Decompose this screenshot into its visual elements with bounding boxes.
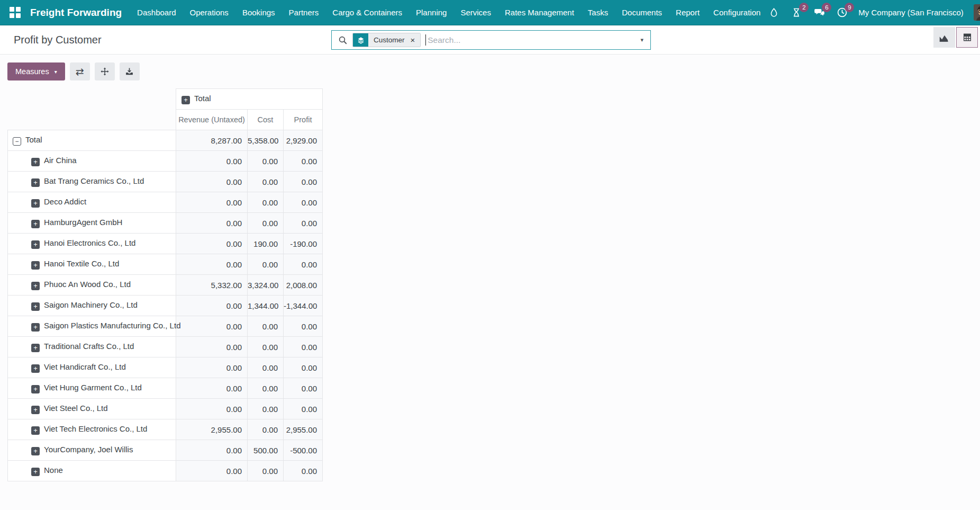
- table-row: +Viet Tech Electronics Co., Ltd2,955.000…: [8, 419, 323, 440]
- cell-value: 0.00: [284, 378, 323, 399]
- row-header[interactable]: +Saigon Plastics Manufacturing Co., Ltd: [8, 316, 176, 337]
- pivot-view: Measures ▾ ⇄ +Total Revenue (Untaxed) Co…: [0, 55, 980, 481]
- row-header[interactable]: −Total: [8, 130, 176, 151]
- row-header[interactable]: +YourCompany, Joel Willis: [8, 440, 176, 461]
- menu-item-report[interactable]: Report: [669, 0, 706, 25]
- expand-all-button[interactable]: [95, 62, 115, 80]
- search-dropdown-caret-icon[interactable]: ▾: [633, 37, 650, 43]
- cell-value: 2,955.00: [176, 419, 248, 440]
- messages-icon[interactable]: 6: [813, 6, 825, 19]
- menu-item-dashboard[interactable]: Dashboard: [130, 0, 183, 25]
- facet-remove-icon[interactable]: ×: [409, 35, 421, 44]
- expand-row-icon[interactable]: +: [31, 178, 40, 187]
- user-avatar[interactable]: [974, 4, 980, 21]
- row-header[interactable]: +Viet Hung Garment Co., Ltd: [8, 378, 176, 399]
- cell-value: -500.00: [284, 440, 323, 461]
- expand-row-icon[interactable]: +: [31, 158, 40, 166]
- row-header[interactable]: +Bat Trang Ceramics Co., Ltd: [8, 172, 176, 192]
- menu-item-operations[interactable]: Operations: [183, 0, 235, 25]
- row-label: Saigon Plastics Manufacturing Co., Ltd: [44, 321, 180, 330]
- activities-hourglass-icon[interactable]: 2: [790, 6, 803, 19]
- menu-item-tasks[interactable]: Tasks: [581, 0, 615, 25]
- row-header[interactable]: +Viet Steel Co., Ltd: [8, 399, 176, 419]
- row-header[interactable]: +Hanoi Textile Co., Ltd: [8, 254, 176, 275]
- expand-row-icon[interactable]: +: [31, 447, 40, 455]
- row-header[interactable]: +Phuoc An Wood Co., Ltd: [8, 275, 176, 296]
- row-header[interactable]: +Traditional Crafts Co., Ltd: [8, 337, 176, 357]
- expand-row-icon[interactable]: +: [31, 468, 40, 476]
- row-header[interactable]: +Saigon Machinery Co., Ltd: [8, 296, 176, 316]
- table-row: +Viet Hung Garment Co., Ltd0.000.000.00: [8, 378, 323, 399]
- search-input[interactable]: Search...: [428, 35, 460, 45]
- expand-row-icon[interactable]: +: [31, 406, 40, 414]
- row-header[interactable]: +Viet Handicraft Co., Ltd: [8, 357, 176, 378]
- menu-item-partners[interactable]: Partners: [282, 0, 326, 25]
- menu-item-rates-management[interactable]: Rates Management: [498, 0, 581, 25]
- expand-row-icon[interactable]: +: [31, 220, 40, 228]
- menu-item-planning[interactable]: Planning: [409, 0, 453, 25]
- company-switcher[interactable]: My Company (San Francisco): [858, 8, 963, 17]
- measure-header-cost[interactable]: Cost: [248, 110, 284, 130]
- expand-row-icon[interactable]: +: [31, 426, 40, 435]
- cell-value: 0.00: [176, 254, 248, 275]
- table-row: +Saigon Machinery Co., Ltd0.001,344.00-1…: [8, 296, 323, 316]
- cell-value: 500.00: [248, 440, 284, 461]
- menu-item-cargo-containers[interactable]: Cargo & Containers: [325, 0, 409, 25]
- expand-row-icon[interactable]: +: [31, 385, 40, 393]
- row-header[interactable]: +Hanoi Electronics Co., Ltd: [8, 234, 176, 254]
- expand-row-icon[interactable]: +: [31, 261, 40, 270]
- navbar-menu: DashboardOperationsBookingsPartnersCargo…: [130, 0, 767, 25]
- page-title: Profit by Customer: [14, 34, 102, 46]
- expand-row-icon[interactable]: +: [31, 323, 40, 332]
- app-brand[interactable]: Freight Forwarding: [30, 7, 122, 19]
- table-row: +Viet Handicraft Co., Ltd0.000.000.00: [8, 357, 323, 378]
- cell-value: 0.00: [176, 234, 248, 254]
- cell-value: 0.00: [248, 151, 284, 172]
- apps-menu-icon[interactable]: [10, 7, 21, 19]
- pivot-view-button[interactable]: [956, 27, 978, 48]
- timer-clock-icon[interactable]: 9: [836, 6, 848, 19]
- flip-axis-button[interactable]: ⇄: [70, 62, 90, 80]
- menu-item-documents[interactable]: Documents: [615, 0, 669, 25]
- cell-value: -1,344.00: [284, 296, 323, 316]
- menu-item-services[interactable]: Services: [453, 0, 498, 25]
- expand-row-icon[interactable]: +: [31, 240, 40, 249]
- expand-row-icon[interactable]: +: [31, 282, 40, 290]
- group-by-layers-icon: [353, 33, 368, 47]
- row-header[interactable]: +HamburgAgent GmbH: [8, 213, 176, 234]
- pivot-table: +Total Revenue (Untaxed) Cost Profit −To…: [7, 88, 323, 481]
- cell-value: 190.00: [248, 234, 284, 254]
- expand-row-icon[interactable]: +: [31, 344, 40, 352]
- expand-column-icon[interactable]: +: [182, 96, 190, 104]
- measures-button[interactable]: Measures ▾: [7, 62, 65, 80]
- menu-item-configuration[interactable]: Configuration: [706, 0, 767, 25]
- measure-header-revenue[interactable]: Revenue (Untaxed): [176, 110, 248, 130]
- cell-value: 0.00: [248, 254, 284, 275]
- table-row: +Deco Addict0.000.000.00: [8, 192, 323, 213]
- cell-value: 1,344.00: [248, 296, 284, 316]
- water-drop-icon[interactable]: [767, 6, 780, 19]
- cell-value: 0.00: [284, 172, 323, 192]
- row-header[interactable]: +Deco Addict: [8, 192, 176, 213]
- menu-item-bookings[interactable]: Bookings: [235, 0, 282, 25]
- cell-value: 0.00: [176, 461, 248, 481]
- row-label: YourCompany, Joel Willis: [44, 445, 133, 454]
- search-facet-customer[interactable]: Customer ×: [352, 33, 421, 47]
- cell-value: 0.00: [176, 357, 248, 378]
- download-xlsx-button[interactable]: [120, 62, 140, 80]
- cell-value: 0.00: [176, 213, 248, 234]
- pivot-toolbar: Measures ▾ ⇄: [0, 55, 980, 80]
- collapse-row-icon[interactable]: −: [13, 137, 21, 146]
- measure-header-profit[interactable]: Profit: [284, 110, 323, 130]
- row-header[interactable]: +Air China: [8, 151, 176, 172]
- search-bar[interactable]: Customer × Search... ▾: [331, 30, 651, 50]
- graph-view-button[interactable]: [933, 27, 955, 48]
- cell-value: 0.00: [248, 357, 284, 378]
- row-header[interactable]: +Viet Tech Electronics Co., Ltd: [8, 419, 176, 440]
- expand-row-icon[interactable]: +: [31, 364, 40, 373]
- expand-row-icon[interactable]: +: [31, 199, 40, 208]
- table-row: −Total8,287.005,358.002,929.00: [8, 130, 323, 151]
- row-header[interactable]: +None: [8, 461, 176, 481]
- column-group-total[interactable]: +Total: [176, 89, 323, 110]
- expand-row-icon[interactable]: +: [31, 302, 40, 311]
